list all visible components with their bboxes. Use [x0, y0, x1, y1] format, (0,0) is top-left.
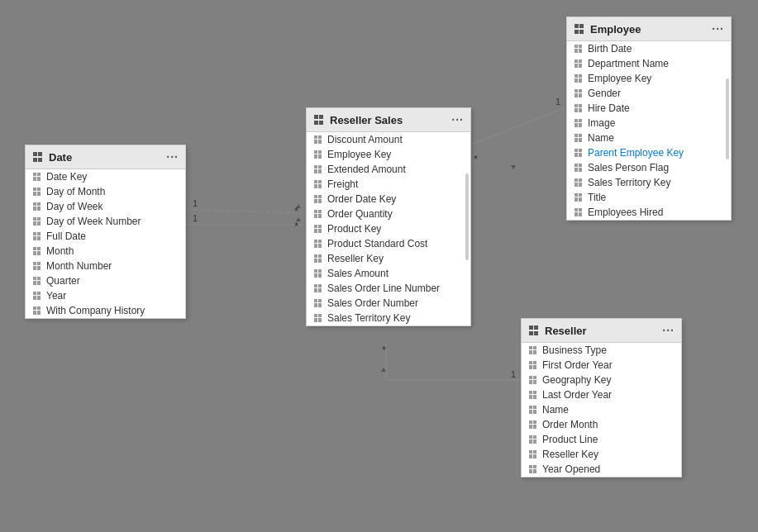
field-icon	[528, 375, 538, 385]
svg-marker-14	[381, 368, 386, 372]
field-icon	[313, 268, 323, 278]
employee-table-icon	[574, 23, 585, 35]
employee-scrollbar[interactable]	[726, 78, 729, 159]
list-item: Freight	[307, 177, 470, 192]
field-name: Month Number	[46, 260, 112, 272]
list-item: Last Order Year	[522, 387, 681, 402]
field-icon	[32, 261, 42, 271]
list-item: Employee Key	[567, 71, 731, 86]
field-name: Day of Week	[46, 201, 102, 212]
svg-text:1: 1	[511, 369, 516, 379]
field-name: Day of Month	[46, 186, 105, 197]
field-icon	[528, 390, 538, 400]
field-name: Hire Date	[588, 102, 630, 114]
field-icon	[574, 118, 584, 128]
field-icon	[574, 103, 584, 113]
field-name: Business Type	[542, 344, 607, 356]
date-table-title: Date	[49, 151, 72, 164]
field-name: Sales Order Line Number	[327, 283, 440, 294]
field-icon	[313, 194, 323, 204]
list-item: Order Quantity	[307, 207, 470, 221]
field-icon	[32, 231, 42, 241]
field-name: Month	[46, 245, 74, 257]
list-item: Month Number	[26, 259, 185, 273]
field-name: Sales Order Number	[327, 297, 418, 309]
field-name: Discount Amount	[327, 134, 403, 145]
list-item: Title	[567, 190, 731, 205]
field-name: Extended Amount	[327, 164, 406, 175]
employee-table-menu[interactable]: ···	[712, 22, 724, 36]
list-item: Hire Date	[567, 101, 731, 116]
field-name: Last Order Year	[542, 389, 612, 401]
field-icon	[574, 74, 584, 83]
svg-marker-9	[511, 165, 516, 169]
field-icon	[313, 179, 323, 189]
list-item: Discount Amount	[307, 132, 470, 147]
field-icon	[528, 405, 538, 415]
reseller-table-menu[interactable]: ···	[662, 324, 675, 337]
list-item: Birth Date	[567, 41, 731, 56]
svg-text:*: *	[382, 344, 386, 356]
field-name: Order Quantity	[327, 208, 393, 220]
reseller-sales-title: Reseller Sales	[330, 114, 403, 126]
list-item: Year Opened	[522, 462, 681, 477]
field-icon	[528, 345, 538, 355]
field-icon	[32, 216, 42, 226]
list-item: Month	[26, 244, 185, 259]
list-item: Order Date Key	[307, 192, 470, 207]
list-item: Name	[567, 131, 731, 145]
employee-table: Employee ··· Birth Date Department Name …	[566, 17, 732, 221]
date-table-body: Date Key Day of Month Day of Week Day of…	[26, 169, 185, 318]
date-table-icon	[32, 151, 44, 163]
field-icon	[574, 178, 584, 188]
list-item: First Order Year	[522, 358, 681, 373]
svg-marker-5	[296, 217, 301, 221]
field-name: Birth Date	[588, 43, 632, 55]
reseller-sales-menu[interactable]: ···	[451, 113, 464, 126]
date-table-menu[interactable]: ···	[166, 150, 179, 164]
list-item: Product Line	[522, 432, 681, 447]
field-name: Title	[588, 192, 606, 203]
list-item: Gender	[567, 86, 731, 101]
svg-line-0	[186, 210, 306, 213]
field-name: Date Key	[46, 171, 87, 183]
field-icon	[574, 88, 584, 98]
list-item: Product Standard Cost	[307, 236, 470, 251]
field-name: Sales Territory Key	[327, 312, 410, 324]
list-item: Sales Amount	[307, 266, 470, 281]
field-icon	[313, 135, 323, 145]
field-name: Image	[588, 117, 615, 129]
list-item: Image	[567, 116, 731, 131]
field-name: With Company History	[46, 305, 145, 316]
field-name: Product Line	[542, 434, 598, 445]
list-item: Order Month	[522, 417, 681, 432]
field-name: Freight	[327, 178, 358, 190]
scrollbar[interactable]	[465, 173, 469, 260]
reseller-sales-header: Reseller Sales ···	[307, 108, 470, 132]
reseller-table: Reseller ··· Business Type First Order Y…	[521, 318, 682, 477]
list-item: Sales Person Flag	[567, 160, 731, 175]
field-icon	[574, 44, 584, 54]
list-item: Sales Order Number	[307, 296, 470, 311]
field-name: Day of Week Number	[46, 216, 141, 227]
field-name: Employees Hired	[588, 207, 663, 218]
svg-text:*: *	[294, 220, 298, 232]
field-name: Geography Key	[542, 374, 611, 386]
field-icon	[313, 313, 323, 323]
field-icon	[313, 164, 323, 174]
field-name: Name	[542, 404, 569, 416]
list-item: Full Date	[26, 229, 185, 244]
field-name: Reseller Key	[327, 253, 384, 264]
list-item: Sales Territory Key	[307, 311, 470, 325]
field-icon	[574, 148, 584, 158]
field-name: Year Opened	[542, 463, 600, 475]
field-icon	[32, 291, 42, 301]
list-item: Year	[26, 288, 185, 303]
field-name: Employee Key	[588, 73, 651, 84]
employee-table-header: Employee ···	[567, 17, 731, 41]
date-table-header: Date ···	[26, 145, 185, 169]
list-item: Reseller Key	[522, 447, 681, 462]
field-icon	[32, 202, 42, 211]
field-icon	[313, 150, 323, 159]
field-icon	[574, 59, 584, 69]
